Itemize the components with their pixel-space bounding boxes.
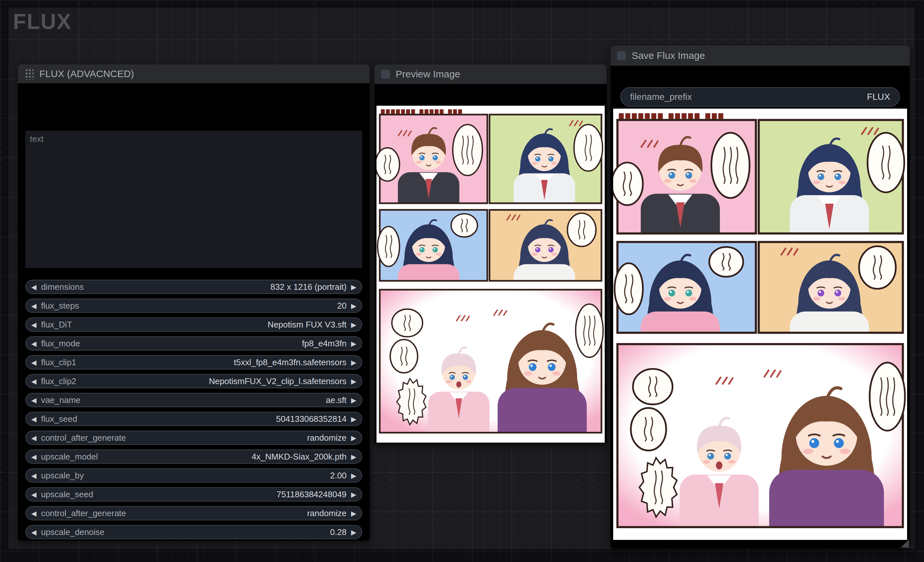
decrement-arrow-icon[interactable]: ◀ xyxy=(31,340,36,347)
widget-flux-steps[interactable]: ◀flux_steps20▶ xyxy=(26,299,362,313)
save-node-title: Save Flux Image xyxy=(632,50,705,61)
widget-flux-dit[interactable]: ◀flux_DiTNepotism FUX V3.sft▶ xyxy=(26,317,362,332)
widget-label: flux_clip2 xyxy=(41,376,76,386)
widget-label: dimensions xyxy=(41,282,84,292)
decrement-arrow-icon[interactable]: ◀ xyxy=(31,302,36,309)
widget-control-after-generate[interactable]: ◀control_after_generaterandomize▶ xyxy=(26,431,362,445)
decrement-arrow-icon[interactable]: ◀ xyxy=(31,510,36,517)
preview-image-output xyxy=(376,106,605,443)
widget-value: 0.28 xyxy=(330,527,346,537)
widget-flux-clip1[interactable]: ◀flux_clip1t5xxl_fp8_e4m3fn.safetensors▶ xyxy=(26,355,362,370)
decrement-arrow-icon[interactable]: ◀ xyxy=(31,416,36,422)
preview-node-header[interactable]: Preview Image xyxy=(375,65,607,84)
drag-grid-icon xyxy=(24,68,33,80)
node-flux-advanced: FLUX (ADVACNCED) flux_image upscale_imag… xyxy=(18,65,370,541)
decrement-arrow-icon[interactable]: ◀ xyxy=(31,529,36,536)
increment-arrow-icon[interactable]: ▶ xyxy=(351,529,356,536)
saved-image-output xyxy=(613,109,907,540)
decrement-arrow-icon[interactable]: ◀ xyxy=(31,434,36,441)
preview-node-title: Preview Image xyxy=(396,69,460,80)
widget-filename-prefix[interactable]: filename_prefix FLUX xyxy=(620,87,900,107)
flux-node-header[interactable]: FLUX (ADVACNCED) xyxy=(18,65,370,83)
widget-upscale-denoise[interactable]: ◀upscale_denoise0.28▶ xyxy=(26,525,362,539)
widget-label: upscale_seed xyxy=(41,490,93,500)
widget-label: upscale_by xyxy=(41,470,84,481)
widget-value: NepotismFUX_V2_clip_l.safetensors xyxy=(209,376,346,386)
collapse-icon[interactable] xyxy=(381,70,390,79)
widget-label: flux_steps xyxy=(41,301,79,311)
widget-value: 20 xyxy=(337,301,346,311)
widget-vae-name[interactable]: ◀vae_nameae.sft▶ xyxy=(26,393,362,407)
decrement-arrow-icon[interactable]: ◀ xyxy=(31,321,36,328)
decrement-arrow-icon[interactable]: ◀ xyxy=(31,378,36,385)
widget-upscale-model[interactable]: ◀upscale_model4x_NMKD-Siax_200k.pth▶ xyxy=(26,449,362,464)
node-preview-image: Preview Image images xyxy=(375,65,607,443)
group-title[interactable]: FLUX xyxy=(13,9,72,34)
widget-label: filename_prefix xyxy=(630,92,692,102)
widget-dimensions[interactable]: ◀dimensions832 x 1216 (portrait)▶ xyxy=(26,280,362,294)
increment-arrow-icon[interactable]: ▶ xyxy=(351,397,356,404)
widget-label: control_after_generate xyxy=(41,508,126,518)
increment-arrow-icon[interactable]: ▶ xyxy=(351,378,356,385)
increment-arrow-icon[interactable]: ▶ xyxy=(351,510,356,517)
widget-label: flux_mode xyxy=(41,338,80,349)
widget-value: FLUX xyxy=(867,92,890,102)
decrement-arrow-icon[interactable]: ◀ xyxy=(31,359,36,366)
prompt-textarea[interactable] xyxy=(26,131,362,268)
widget-value: 4x_NMKD-Siax_200k.pth xyxy=(252,452,346,462)
widget-value: randomize xyxy=(307,433,346,443)
widget-value: fp8_e4m3fn xyxy=(302,338,346,349)
widget-upscale-seed[interactable]: ◀upscale_seed751186384248049▶ xyxy=(26,487,362,502)
increment-arrow-icon[interactable]: ▶ xyxy=(351,416,356,422)
widget-value: randomize xyxy=(307,508,346,518)
widget-label: upscale_model xyxy=(41,452,98,462)
widget-value: 751186384248049 xyxy=(277,490,346,500)
widget-label: vae_name xyxy=(41,395,80,405)
resize-handle[interactable] xyxy=(901,539,909,548)
widget-flux-mode[interactable]: ◀flux_modefp8_e4m3fn▶ xyxy=(26,336,362,351)
widget-value: t5xxl_fp8_e4m3fn.safetensors xyxy=(234,358,346,368)
decrement-arrow-icon[interactable]: ◀ xyxy=(31,397,36,404)
increment-arrow-icon[interactable]: ▶ xyxy=(351,453,356,460)
widget-label: flux_clip1 xyxy=(41,358,76,368)
decrement-arrow-icon[interactable]: ◀ xyxy=(31,453,36,460)
increment-arrow-icon[interactable]: ▶ xyxy=(351,284,356,290)
widget-value: 504133068352814 xyxy=(276,414,346,424)
widget-upscale-by[interactable]: ◀upscale_by2.00▶ xyxy=(26,468,362,482)
increment-arrow-icon[interactable]: ▶ xyxy=(351,359,356,366)
widget-label: upscale_denoise xyxy=(41,527,104,537)
decrement-arrow-icon[interactable]: ◀ xyxy=(31,472,36,479)
collapse-icon[interactable] xyxy=(617,51,626,60)
node-save-flux-image: Save Flux Image images filename_prefix F… xyxy=(610,45,910,548)
save-node-header[interactable]: Save Flux Image xyxy=(610,45,910,66)
widget-value: ae.sft xyxy=(326,395,346,405)
increment-arrow-icon[interactable]: ▶ xyxy=(351,340,356,347)
flux-node-title: FLUX (ADVACNCED) xyxy=(39,68,134,80)
widget-label: control_after_generate xyxy=(41,433,126,443)
increment-arrow-icon[interactable]: ▶ xyxy=(351,434,356,441)
widget-label: flux_DiT xyxy=(41,320,72,330)
widget-flux-seed[interactable]: ◀flux_seed504133068352814▶ xyxy=(26,412,362,426)
widget-label: flux_seed xyxy=(41,414,77,424)
widget-control-after-generate-2[interactable]: ◀control_after_generaterandomize▶ xyxy=(26,506,362,520)
widget-value: 832 x 1216 (portrait) xyxy=(270,282,346,292)
increment-arrow-icon[interactable]: ▶ xyxy=(351,321,356,328)
increment-arrow-icon[interactable]: ▶ xyxy=(351,302,356,309)
widget-flux-clip2[interactable]: ◀flux_clip2NepotismFUX_V2_clip_l.safeten… xyxy=(26,374,362,388)
decrement-arrow-icon[interactable]: ◀ xyxy=(31,491,36,498)
widget-value: 2.00 xyxy=(330,470,346,481)
decrement-arrow-icon[interactable]: ◀ xyxy=(31,284,36,290)
widget-value: Nepotism FUX V3.sft xyxy=(268,320,346,330)
increment-arrow-icon[interactable]: ▶ xyxy=(351,472,356,479)
increment-arrow-icon[interactable]: ▶ xyxy=(351,491,356,498)
